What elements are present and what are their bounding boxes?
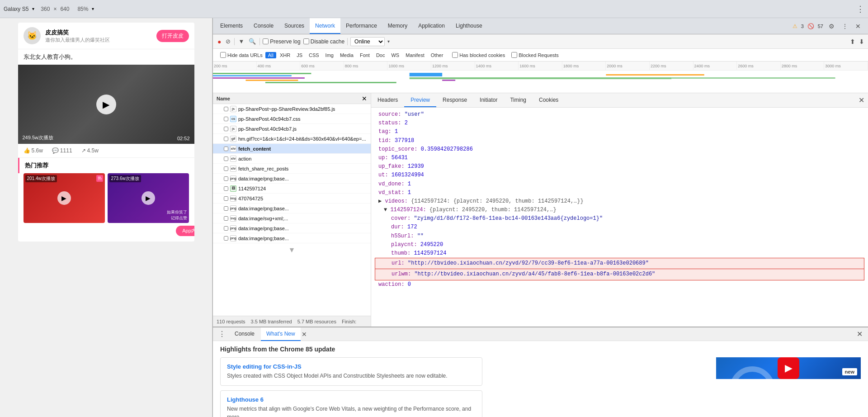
disable-cache-label[interactable]: Disable cache [303, 38, 344, 45]
request-item-0[interactable]: js pp-SharePost~pp-ShareReview.9da2bf85.… [213, 104, 371, 114]
request-checkbox-8[interactable] [224, 186, 228, 191]
close-detail-x-btn[interactable]: ✕ [362, 95, 367, 102]
open-app-button[interactable]: 打开皮皮 [156, 30, 189, 42]
zoom-dropdown-icon[interactable]: ▾ [92, 6, 94, 11]
request-checkbox-11[interactable] [224, 216, 228, 221]
tab-application[interactable]: Application [413, 18, 450, 34]
settings-button[interactable]: ⚙ [827, 22, 836, 31]
request-checkbox-13[interactable] [224, 236, 228, 241]
more-devtools-button[interactable]: ⋮ [840, 22, 850, 31]
tab-headers[interactable]: Headers [371, 93, 404, 107]
tab-timing[interactable]: Timing [504, 93, 533, 107]
blocked-requests-checkbox[interactable] [511, 52, 517, 58]
search-button[interactable]: 🔍 [248, 37, 257, 46]
filter-doc-btn[interactable]: Doc [373, 52, 388, 58]
close-bottom-panel-button[interactable]: ✕ [853, 330, 866, 338]
request-item-3[interactable]: gif hm.gif?cc=1&ck=1&cl=24-bit&ds=360x64… [213, 134, 371, 144]
preserve-log-checkbox[interactable] [263, 38, 269, 44]
tab-cookies[interactable]: Cookies [533, 93, 565, 107]
request-checkbox-4[interactable] [224, 147, 228, 151]
request-checkbox-0[interactable] [224, 107, 228, 111]
tab-response[interactable]: Response [436, 93, 473, 107]
video-player[interactable]: ▶ 249.5w次播放 02:52 [18, 65, 194, 144]
filter-font-btn[interactable]: Font [357, 52, 373, 58]
tab-lighthouse[interactable]: Lighthouse [450, 18, 488, 34]
request-checkbox-12[interactable] [224, 226, 228, 231]
share-count[interactable]: ↗ 4.5w [81, 147, 99, 154]
has-blocked-cookies-checkbox[interactable] [452, 52, 458, 58]
tab-network[interactable]: Network [310, 18, 340, 34]
request-checkbox-3[interactable] [224, 137, 228, 141]
disable-cache-checkbox[interactable] [303, 38, 309, 44]
css-card-title[interactable]: Style editing for CSS-in-JS [227, 363, 476, 370]
request-item-9[interactable]: img 470764725 [213, 194, 371, 204]
request-item-6[interactable]: xhr fetch_share_rec_posts [213, 164, 371, 174]
record-button[interactable]: ● [217, 37, 222, 46]
filter-js-btn[interactable]: JS [294, 52, 305, 58]
comment-count[interactable]: 💬 1111 [52, 147, 72, 154]
preserve-log-label[interactable]: Preserve log [263, 38, 300, 45]
hide-data-urls-label[interactable]: Hide data URLs [220, 52, 263, 58]
close-devtools-button[interactable]: ✕ [854, 22, 863, 31]
request-item-12[interactable]: png data:image/png;base... [213, 223, 371, 233]
filter-ws-btn[interactable]: WS [388, 52, 402, 58]
request-item-2[interactable]: js pp-SharePost.40c94cb7.js [213, 124, 371, 134]
close-whats-new-button[interactable]: ✕ [302, 331, 307, 338]
play-button-small-1[interactable]: ▶ [57, 191, 71, 205]
blocked-requests-label[interactable]: Blocked Requests [511, 52, 559, 58]
bottom-tab-console[interactable]: Console [229, 327, 260, 341]
download-har-button[interactable]: ⬇ [859, 38, 864, 45]
filter-xhr-btn[interactable]: XHR [277, 52, 293, 58]
tab-memory[interactable]: Memory [382, 18, 413, 34]
filter-manifest-btn[interactable]: Manifest [403, 52, 427, 58]
json-videos-collapsed[interactable]: ▶ videos: {1142597124: {playcnt: 2495220… [375, 197, 864, 206]
app-inner-open-btn[interactable]: App内打开 [176, 226, 194, 236]
filter-other-btn[interactable]: Other [428, 52, 446, 58]
tab-sources[interactable]: Sources [279, 18, 310, 34]
request-checkbox-9[interactable] [224, 196, 228, 201]
request-checkbox-7[interactable] [224, 176, 228, 181]
request-item-8[interactable]: 🖼 1142597124 [213, 184, 371, 194]
throttle-select[interactable]: Online Fast 3G Slow 3G Offline [350, 37, 385, 46]
filter-img-btn[interactable]: Img [323, 52, 336, 58]
json-video-expanded[interactable]: ▼ 1142597124: {playcnt: 2495220, thumb: … [375, 206, 864, 214]
request-item-13[interactable]: png data:image/png;base... [213, 233, 371, 243]
youtube-play-button[interactable]: ▶ [778, 357, 799, 379]
request-checkbox-2[interactable] [224, 127, 228, 131]
like-count[interactable]: 👍 5.6w [24, 147, 43, 154]
recommend-item-1[interactable]: ▶ 201.4w次播放 热 [24, 173, 105, 223]
request-checkbox-5[interactable] [224, 156, 228, 161]
filter-button[interactable]: ▼ [237, 37, 245, 46]
tab-preview[interactable]: Preview [404, 93, 436, 107]
tab-elements[interactable]: Elements [215, 18, 248, 34]
request-item-10[interactable]: png data:image/png;base... [213, 204, 371, 213]
device-dropdown-icon[interactable]: ▾ [32, 6, 34, 11]
bottom-tab-whats-new[interactable]: What's New [261, 327, 301, 341]
request-checkbox-1[interactable] [224, 117, 228, 121]
tab-console[interactable]: Console [248, 18, 279, 34]
close-detail-button[interactable]: ✕ [855, 96, 868, 104]
filter-media-btn[interactable]: Media [337, 52, 356, 58]
lighthouse-card-title[interactable]: Lighthouse 6 [227, 396, 476, 403]
request-item-1[interactable]: cs pp-SharePost.40c94cb7.css [213, 114, 371, 124]
request-item-11[interactable]: svg data:image/svg+xml;... [213, 213, 371, 223]
tab-performance[interactable]: Performance [340, 18, 382, 34]
play-button[interactable]: ▶ [96, 95, 116, 114]
request-item-7[interactable]: png data:image/png;base... [213, 174, 371, 184]
tab-initiator[interactable]: Initiator [473, 93, 504, 107]
upload-har-button[interactable]: ⬆ [850, 38, 855, 45]
more-button[interactable]: ⋮ [856, 4, 864, 14]
request-item-5[interactable]: xhr action [213, 154, 371, 164]
request-item-4[interactable]: xhr fetch_content [213, 144, 371, 154]
filter-css-btn[interactable]: CSS [306, 52, 322, 58]
request-checkbox-6[interactable] [224, 166, 228, 171]
request-checkbox-10[interactable] [224, 206, 228, 211]
video-thumbnail-card[interactable]: ▶ new [716, 357, 861, 379]
bottom-tab-more[interactable]: ⋮ [215, 330, 229, 338]
hide-data-urls-checkbox[interactable] [220, 52, 226, 58]
filter-all-btn[interactable]: All [265, 52, 276, 58]
recommend-item-2[interactable]: ▶ 273.6w次播放 如果你笑了记得点赞 [108, 173, 189, 223]
play-button-small-2[interactable]: ▶ [142, 191, 155, 205]
stop-recording-button[interactable]: ⊘ [225, 37, 231, 46]
has-blocked-cookies-label[interactable]: Has blocked cookies [452, 52, 505, 58]
